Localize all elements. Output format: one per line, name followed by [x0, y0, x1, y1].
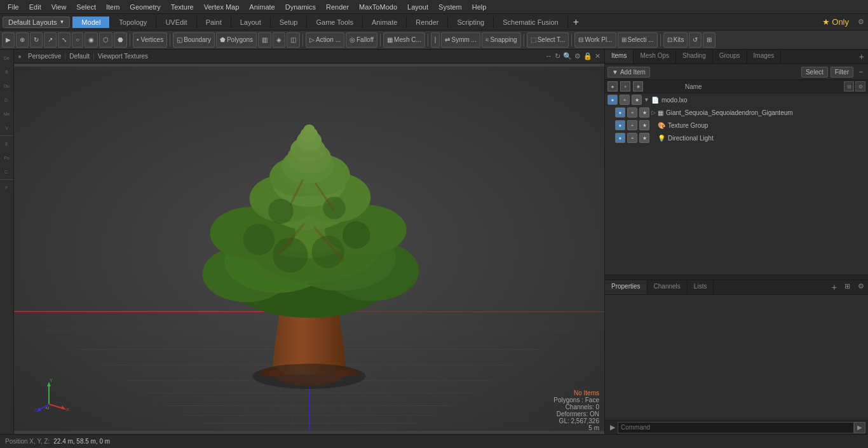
tree-item-modo-lxo[interactable]: ● + ★ ▼ 📄 modo.lxo	[605, 93, 868, 106]
tool-arrow[interactable]: ↗	[44, 32, 57, 48]
tree-item-texture-group[interactable]: ● + ★ ▷ 🎨 Texture Group	[605, 119, 868, 132]
tab-scripting[interactable]: Scripting	[448, 17, 494, 28]
menu-item[interactable]: Item	[101, 2, 125, 12]
menu-texture[interactable]: Texture	[166, 2, 199, 12]
tab-setup[interactable]: Setup	[271, 17, 308, 28]
falloff-button[interactable]: ◎ Falloff	[346, 32, 377, 48]
eye-texture-group[interactable]: ●	[615, 120, 625, 130]
eye-sequoia[interactable]: ●	[615, 107, 625, 118]
eye-dir-light[interactable]: ●	[615, 133, 625, 143]
boundary-button[interactable]: ◱ Boundary	[173, 32, 215, 48]
tab-topology[interactable]: Topology	[110, 17, 156, 28]
star-only-button[interactable]: ★ Only	[817, 17, 854, 27]
sym-button[interactable]: ◈	[273, 32, 285, 48]
tool-hex[interactable]: ⬡	[99, 32, 112, 48]
menu-vertex-map[interactable]: Vertex Map	[199, 2, 245, 12]
viewport-textures[interactable]: Viewport Textures	[94, 53, 152, 60]
workplane-button[interactable]: ⊟ Work Pl...	[574, 32, 616, 48]
sidebar-tool-3[interactable]: Du	[1, 79, 13, 92]
tab-mesh-ops[interactable]: Mesh Ops	[634, 50, 676, 64]
props-add-tab-btn[interactable]: +	[828, 280, 841, 294]
collapse-panel-btn[interactable]: ⊟	[844, 81, 854, 92]
tab-channels[interactable]: Channels	[648, 280, 688, 294]
vp-settings-icon[interactable]: ⚙	[574, 52, 581, 60]
menu-file[interactable]: File	[3, 2, 24, 12]
tab-layout[interactable]: Layout	[231, 17, 271, 28]
refresh-button[interactable]: ↺	[689, 32, 702, 48]
tab-schematic-fusion[interactable]: Schematic Fusion	[494, 17, 567, 28]
symm-button[interactable]: ⇄ Symm ...	[441, 32, 480, 48]
viewport-default[interactable]: Default	[65, 53, 94, 60]
vp-move-icon[interactable]: ↔	[545, 52, 552, 60]
tab-items[interactable]: Items	[605, 50, 634, 64]
layout-settings-icon[interactable]: ⚙	[854, 18, 868, 26]
tool-move[interactable]: ▶	[2, 32, 15, 48]
expand-panel-btn[interactable]: ⚙	[855, 81, 865, 92]
menu-layout[interactable]: Layout	[402, 2, 433, 12]
tab-model[interactable]: Model	[72, 17, 110, 28]
menu-animate[interactable]: Animate	[244, 2, 280, 12]
items-select-button[interactable]: Select	[801, 67, 828, 78]
sidebar-tool-e[interactable]: E	[1, 137, 13, 150]
selection-button[interactable]: ⊞ Selecti ...	[618, 32, 658, 48]
expand-icon-modo-lxo[interactable]: ▼	[644, 97, 649, 103]
props-expand-btn[interactable]: ⊞	[841, 280, 854, 294]
tool-hex2[interactable]: ⬣	[114, 32, 127, 48]
polygons-button[interactable]: ⬟ Polygons	[216, 32, 257, 48]
props-settings-btn[interactable]: ⚙	[854, 280, 868, 294]
sidebar-tool-dup[interactable]: D.	[1, 93, 13, 106]
sidebar-tool-pol[interactable]: Po	[1, 151, 13, 164]
default-layouts-dropdown[interactable]: Default Layouts ▼	[3, 17, 70, 28]
viewport[interactable]: ● Perspective Default Viewport Textures …	[14, 50, 604, 434]
tab-render[interactable]: Render	[407, 17, 448, 28]
command-input[interactable]	[618, 422, 854, 433]
add-layout-button[interactable]: +	[568, 17, 584, 28]
menu-view[interactable]: View	[46, 2, 72, 12]
star-dir-light[interactable]: ★	[639, 133, 649, 143]
tab-paint[interactable]: Paint	[197, 17, 231, 28]
sidebar-tool-mesh[interactable]: Me	[1, 107, 13, 120]
vertices-button[interactable]: • Vertices	[133, 32, 167, 48]
eye-modo-lxo[interactable]: ●	[607, 95, 618, 105]
lock-modo-lxo[interactable]: +	[620, 95, 630, 105]
items-add-tab-btn[interactable]: +	[855, 50, 868, 64]
layer-button[interactable]: ◫	[287, 32, 300, 48]
tab-game-tools[interactable]: Game Tools	[307, 17, 363, 28]
star-modo-lxo[interactable]: ★	[632, 95, 642, 105]
menu-select[interactable]: Select	[71, 2, 101, 12]
tab-images[interactable]: Images	[747, 50, 782, 64]
menu-system[interactable]: System	[433, 2, 467, 12]
vp-close-icon[interactable]: ✕	[595, 52, 600, 60]
tab-properties[interactable]: Properties	[605, 280, 648, 294]
items-collapse-btn[interactable]: −	[856, 66, 865, 78]
star-texture-group[interactable]: ★	[639, 120, 649, 130]
pipe-button[interactable]: |	[431, 32, 440, 48]
tab-shading[interactable]: Shading	[676, 50, 713, 64]
tree-item-dir-light[interactable]: ● + ★ ▷ 💡 Directional Light	[605, 132, 868, 144]
tab-uvedit[interactable]: UVEdit	[156, 17, 196, 28]
menu-geometry[interactable]: Geometry	[125, 2, 165, 12]
grid-view-button[interactable]: ⊞	[703, 32, 715, 48]
vp-lock-icon[interactable]: 🔒	[583, 52, 592, 60]
lock-texture-group[interactable]: +	[627, 120, 637, 130]
tool-ring[interactable]: ◉	[85, 32, 98, 48]
tool-origin[interactable]: ⊕	[16, 32, 29, 48]
tool-circle[interactable]: ○	[72, 32, 83, 48]
sidebar-tool-f[interactable]: F	[1, 181, 13, 194]
menu-help[interactable]: Help	[467, 2, 492, 12]
tool-rotate[interactable]: ↻	[30, 32, 43, 48]
mesh-display-button[interactable]: ▥	[258, 32, 271, 48]
scene-background[interactable]: No Items Polygons : Face Channels: 0 Def…	[14, 64, 604, 434]
add-item-button[interactable]: ▼ Add Item	[607, 67, 650, 78]
select-t-button[interactable]: ⬚ Select T...	[527, 32, 569, 48]
star-sequoia[interactable]: ★	[639, 107, 649, 118]
sidebar-tool-1[interactable]: De	[1, 51, 13, 64]
sidebar-tool-v[interactable]: V	[1, 121, 13, 134]
tab-lists[interactable]: Lists	[688, 280, 714, 294]
viewport-perspective[interactable]: Perspective	[24, 53, 65, 60]
vp-zoom-icon[interactable]: 🔍	[563, 52, 572, 60]
kits-button[interactable]: ⊡ Kits	[663, 32, 688, 48]
lock-dir-light[interactable]: +	[627, 133, 637, 143]
menu-render[interactable]: Render	[321, 2, 354, 12]
tab-animate[interactable]: Animate	[363, 17, 407, 28]
